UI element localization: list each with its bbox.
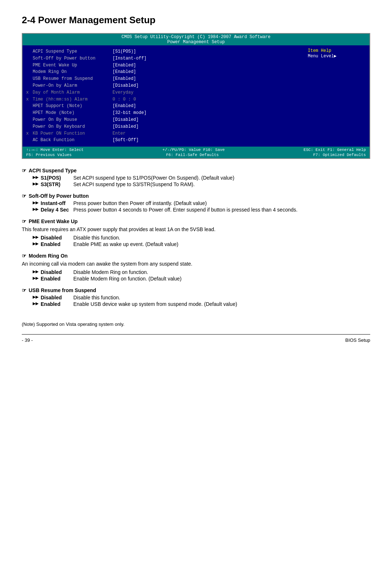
- bios-row-prefix-11: [26, 124, 33, 130]
- bios-item-help-panel: Item Help Menu Level▶: [304, 48, 369, 144]
- sub-item-usb-resume-from-suspend-1: ▶▶EnabledEnable USB device wake up syste…: [33, 301, 370, 307]
- bios-row-8: HPET Support (Note)[Enabled]: [26, 103, 301, 110]
- sub-item-arrow-icon-acpi-suspend-type-0: ▶▶: [33, 175, 38, 181]
- bios-footer-exit: ESC: Exit F1: General Help: [303, 148, 366, 152]
- sub-item-arrow-icon-usb-resume-from-suspend-1: ▶▶: [33, 301, 38, 307]
- bios-header-line1: CMOS Setup Utility-Copyright (C) 1984-20…: [23, 34, 369, 40]
- section-title-modem-ring-on: Modem Ring On: [22, 253, 370, 259]
- sub-item-desc-pme-event-wake-up-0: Disable this function.: [73, 235, 370, 241]
- bios-row-label-12: KB Power ON Function: [33, 131, 113, 137]
- section-title-usb-resume-from-suspend: USB Resume from Suspend: [22, 287, 370, 293]
- sub-item-desc-usb-resume-from-suspend-1: Enable USB device wake up system from su…: [73, 301, 370, 307]
- bios-row-7: xTime (hh:mm:ss) Alarm0 : 0 : 0: [26, 96, 301, 103]
- sub-item-arrow-icon-modem-ring-on-0: ▶▶: [33, 269, 38, 275]
- sub-item-acpi-suspend-type-0: ▶▶S1(POS)Set ACPI suspend type to S1/POS…: [33, 175, 370, 181]
- sub-item-modem-ring-on-1: ▶▶EnabledEnable Modem Ring on function. …: [33, 276, 370, 282]
- sub-item-label-usb-resume-from-suspend-1: Enabled: [41, 301, 73, 307]
- sub-item-arrow-icon-pme-event-wake-up-1: ▶▶: [33, 241, 38, 247]
- bios-footer-failsafe: F6: Fail-Safe Defaults: [166, 153, 219, 157]
- bios-row-label-9: HPET Mode (Note): [33, 110, 113, 116]
- bios-row-label-6: Day of Month Alarm: [33, 90, 113, 96]
- bios-row-prefix-1: [26, 56, 33, 62]
- bios-row-value-6: Everyday: [113, 90, 134, 96]
- sub-item-desc-soft-off-by-power-button-1: Press power button 4 seconds to Power of…: [73, 207, 370, 213]
- sub-item-label-pme-event-wake-up-0: Disabled: [41, 235, 73, 241]
- bios-header: CMOS Setup Utility-Copyright (C) 1984-20…: [23, 34, 369, 45]
- sub-item-label-acpi-suspend-type-0: S1(POS): [41, 175, 73, 181]
- bios-row-12: xKB Power ON FunctionEnter: [26, 130, 301, 137]
- bios-row-1: Soft-Off by Power button[Instant-off]: [26, 55, 301, 62]
- bios-row-value-3: [Enabled]: [113, 69, 136, 75]
- bios-row-prefix-3: [26, 69, 33, 75]
- sub-item-label-acpi-suspend-type-1: S3(STR): [41, 181, 73, 187]
- bios-label: BIOS Setup: [345, 337, 370, 343]
- bios-row-label-1: Soft-Off by Power button: [33, 56, 113, 62]
- bios-row-13: AC Back Function[Soft-Off]: [26, 137, 301, 144]
- sub-item-label-usb-resume-from-suspend-0: Disabled: [41, 295, 73, 300]
- bios-row-4: USB Resume from Suspend[Enabled]: [26, 75, 301, 82]
- sections-container: ACPI Suspend Type▶▶S1(POS)Set ACPI suspe…: [22, 168, 370, 307]
- bios-item-help-label: Item Help: [308, 48, 366, 53]
- sub-item-desc-acpi-suspend-type-1: Set ACPI suspend type to S3/STR(Suspend …: [73, 181, 370, 187]
- page-number: - 39 -: [22, 337, 33, 343]
- bios-row-label-4: USB Resume from Suspend: [33, 76, 113, 82]
- bios-row-value-0: [S1(POS)]: [113, 49, 136, 55]
- section-title-acpi-suspend-type: ACPI Suspend Type: [22, 168, 370, 173]
- bios-row-label-7: Time (hh:mm:ss) Alarm: [33, 97, 113, 103]
- bios-row-value-8: [Enabled]: [113, 103, 136, 109]
- sub-item-arrow-icon-modem-ring-on-1: ▶▶: [33, 276, 38, 282]
- bios-row-label-5: Power-On by Alarm: [33, 83, 113, 89]
- sub-item-label-soft-off-by-power-button-1: Delay 4 Sec: [41, 207, 73, 213]
- bios-row-label-8: HPET Support (Note): [33, 103, 113, 109]
- bios-row-value-4: [Enabled]: [113, 76, 136, 82]
- bios-row-3: Modem Ring On[Enabled]: [26, 69, 301, 75]
- bios-row-value-11: [Disabled]: [113, 124, 139, 130]
- bios-row-prefix-12: x: [26, 131, 33, 137]
- bios-row-value-10: [Disabled]: [113, 117, 139, 123]
- bios-row-0: ACPI Suspend Type[S1(POS)]: [26, 48, 301, 55]
- bios-row-prefix-10: [26, 117, 33, 123]
- bios-row-5: Power-On by Alarm[Disabled]: [26, 82, 301, 89]
- bios-header-line2: Power Management Setup: [23, 40, 369, 45]
- bios-row-label-13: AC Back Function: [33, 137, 113, 143]
- bios-row-prefix-13: [26, 137, 33, 143]
- sub-item-arrow-icon-usb-resume-from-suspend-0: ▶▶: [33, 295, 38, 300]
- sub-item-arrow-icon-soft-off-by-power-button-0: ▶▶: [33, 200, 38, 206]
- sub-item-label-modem-ring-on-1: Enabled: [41, 276, 73, 282]
- bios-footer-value: +/-/PU/PD: Value F10: Save: [163, 148, 225, 152]
- sub-item-desc-acpi-suspend-type-0: Set ACPI suspend type to S1/POS(Power On…: [73, 175, 370, 181]
- sub-item-label-modem-ring-on-0: Disabled: [41, 269, 73, 275]
- bios-body: ACPI Suspend Type[S1(POS)]Soft-Off by Po…: [23, 45, 369, 147]
- bios-row-9: HPET Mode (Note)[32-bit mode]: [26, 110, 301, 116]
- section-body-pme-event-wake-up: This feature requires an ATX power suppl…: [22, 226, 370, 233]
- sub-item-arrow-icon-soft-off-by-power-button-1: ▶▶: [33, 207, 38, 213]
- page-title: 2-4 Power Management Setup: [22, 15, 370, 26]
- bios-row-label-11: Power On By Keyboard: [33, 124, 113, 130]
- section-title-pme-event-wake-up: PME Event Wake Up: [22, 218, 370, 224]
- sub-item-arrow-icon-acpi-suspend-type-1: ▶▶: [33, 181, 38, 187]
- bios-row-value-2: [Enabled]: [113, 62, 136, 69]
- bios-footer-prev: F5: Previous Values: [26, 153, 72, 157]
- bios-row-label-3: Modem Ring On: [33, 69, 113, 75]
- sub-item-desc-usb-resume-from-suspend-0: Disable this function.: [73, 295, 370, 300]
- sub-item-desc-modem-ring-on-0: Disable Modem Ring on function.: [73, 269, 370, 275]
- sub-item-pme-event-wake-up-1: ▶▶EnabledEnable PME as wake up event. (D…: [33, 241, 370, 247]
- bios-row-value-12: Enter: [113, 131, 126, 137]
- bios-row-label-2: PME Event Wake Up: [33, 62, 113, 69]
- sub-item-arrow-icon-pme-event-wake-up-0: ▶▶: [33, 235, 38, 241]
- sub-item-soft-off-by-power-button-1: ▶▶Delay 4 SecPress power button 4 second…: [33, 207, 370, 213]
- sub-item-acpi-suspend-type-1: ▶▶S3(STR)Set ACPI suspend type to S3/STR…: [33, 181, 370, 187]
- bios-footer: ↑↓→←: Move Enter: Select +/-/PU/PD: Valu…: [23, 147, 369, 158]
- bios-row-prefix-4: [26, 76, 33, 82]
- bios-footer-move: ↑↓→←: Move Enter: Select: [26, 148, 83, 152]
- sub-item-soft-off-by-power-button-0: ▶▶Instant-offPress power button then Pow…: [33, 200, 370, 206]
- bios-row-10: Power On By Mouse[Disabled]: [26, 116, 301, 123]
- bios-row-6: xDay of Month AlarmEveryday: [26, 89, 301, 96]
- bios-settings-list: ACPI Suspend Type[S1(POS)]Soft-Off by Po…: [23, 48, 304, 144]
- bios-row-value-13: [Soft-Off]: [113, 137, 139, 143]
- section-body-modem-ring-on: An incoming call via modem can awake the…: [22, 260, 370, 268]
- bios-row-prefix-2: [26, 62, 33, 69]
- bios-row-prefix-9: [26, 110, 33, 116]
- sub-item-label-soft-off-by-power-button-0: Instant-off: [41, 200, 73, 206]
- bios-row-prefix-8: [26, 103, 33, 109]
